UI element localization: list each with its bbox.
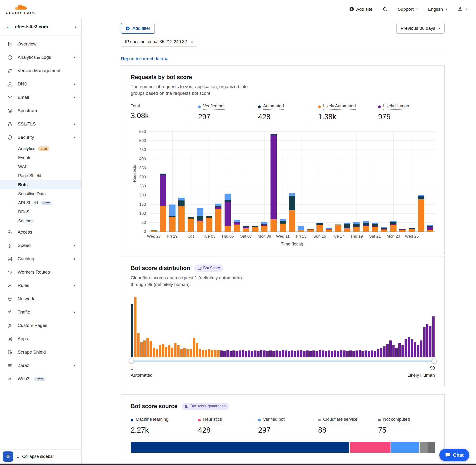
sidebar-item-ddos[interactable]: DDoS [0,207,81,216]
histogram-bar [257,351,260,357]
account-menu[interactable]: ▼ [457,6,467,12]
sidebar-item-traffic[interactable]: Traffic▼ [0,306,81,319]
sidebar-item-label: Speed [18,243,31,248]
sidebar-item-page-shield[interactable]: Page Shield [0,171,81,180]
stat-label-text[interactable]: Automated [263,104,284,110]
histogram-bar [202,350,204,357]
time-range-dropdown[interactable]: Previous 30 days ▼ [396,23,444,33]
source-segment-verified-bot [391,442,419,453]
sidebar-item-spectrum[interactable]: Spectrum [0,104,81,117]
sidebar-item-web3[interactable]: Web3New [0,372,81,385]
stat-label-text[interactable]: Verified bot [203,104,224,110]
sidebar-item-caching[interactable]: Caching▼ [0,252,81,265]
sidebar-item-speed[interactable]: Speed▼ [0,239,81,252]
add-filter-label: Add filter [132,26,150,31]
header-actions: Add site Support ▼ English ▼ ▼ [349,6,467,12]
chevron-right-icon[interactable]: ▸ [75,25,77,29]
sidebar-item-events[interactable]: Events [0,153,81,162]
analytics-icon-wrap [7,55,13,60]
stat-label-text[interactable]: Likely Automated [323,104,356,110]
bot-score-generation-badge[interactable]: Bot score generation [182,403,229,410]
sidebar-item-workers-routes[interactable]: Workers Routes [0,265,81,279]
bar [425,132,435,232]
access-icon-wrap [7,230,13,235]
bar-segment-automated [418,196,424,199]
add-site-button[interactable]: Add site [349,7,373,12]
sidebar-item-dns[interactable]: DNS▼ [0,77,81,91]
sidebar-item-version-management[interactable]: Version Management [0,64,81,77]
sidebar-item-zaraz[interactable]: Zaraz▼ [0,359,81,372]
add-filter-button[interactable]: Add filter [121,23,155,33]
histogram-bar [254,350,256,357]
settings-launcher-button[interactable]: ⚙ [3,451,13,462]
sidebar-item-apps[interactable]: Apps [0,332,81,346]
bar [398,132,407,232]
histogram-bar [414,342,416,357]
slider-handle-max[interactable] [432,359,437,364]
remove-filter-icon[interactable]: ✕ [190,39,194,44]
sidebar-item-label: Network [18,296,34,301]
cloudflare-cloud-icon [13,4,29,11]
sidebar-subitem-label: Sensitive Data [18,191,46,196]
back-arrow-icon[interactable]: ← [6,24,11,30]
sidebar-item-scrape-shield[interactable]: Scrape Shield [0,346,81,359]
support-menu[interactable]: Support ▼ [398,7,418,12]
bar-segment-likely-automated [243,228,249,232]
sidebar-item-access[interactable]: Access [0,225,81,239]
sidebar-item-bots[interactable]: Bots [0,180,81,189]
stat-likely-automated: Likely Automated1.38k [311,104,371,121]
bot-score-badge[interactable]: Bot Score [194,264,223,272]
search-button[interactable] [382,7,388,12]
stat-label-text[interactable]: Cloudflare service [323,417,357,423]
sidebar-item-network[interactable]: Network [0,292,81,306]
stat-label-text[interactable]: Not computed [383,417,410,423]
requests-chart[interactable]: Requests 0501001502002503003504004505005… [131,132,435,247]
stat-heuristics: Heuristics428 [191,417,251,434]
collapse-sidebar-button[interactable]: Collapse sidebar [22,454,54,459]
bar-segment-likely-human [233,222,240,224]
sidebar-item-overview[interactable]: Overview [0,37,81,51]
sidebar-item-api-shield[interactable]: API ShieldNew [0,198,81,207]
sidebar-item-custom-pages[interactable]: Custom Pages [0,319,81,332]
sidebar-subitem-label: API Shield [18,201,38,205]
x-tick-label: Fri 13 [296,234,306,239]
sidebar-subitem-label: Page Shield [18,173,41,178]
distribution-histogram[interactable] [131,297,435,357]
time-range-label: Previous 30 days [401,26,435,31]
slider-track[interactable] [131,360,435,362]
chat-button[interactable]: Chat [439,449,469,461]
sidebar-item-rules[interactable]: Rules▼ [0,279,81,292]
sidebar-item-analytics-logs[interactable]: Analytics & Logs▼ [0,51,81,64]
sidebar-item-sensitive-data[interactable]: Sensitive Data [0,189,81,198]
caching-icon-wrap [7,256,13,262]
ssl-tls-icon-wrap [7,121,13,127]
stat-label-text[interactable]: Verified bot [263,417,285,423]
source-segment-machine-learning [131,442,349,453]
sidebar-item-analytics[interactable]: AnalyticsBeta [0,144,81,153]
badge-label: Bot Score [203,266,220,270]
slider-handle-min[interactable] [129,359,134,364]
sidebar-item-email[interactable]: Email▼ [0,91,81,104]
histogram-bar [220,350,223,357]
histogram-bar [174,343,176,357]
histogram-bar [205,350,207,357]
sidebar-item-security[interactable]: Security▲ [0,131,81,144]
cloudflare-logo[interactable]: CLOUDFLARE [6,4,36,15]
stat-label: Likely Automated [318,104,356,110]
stat-label-text[interactable]: Likely Human [383,104,409,110]
bar [214,132,223,232]
histogram-bar [365,350,367,357]
sidebar-item-ssl-tls[interactable]: SSL/TLS▼ [0,117,81,131]
zaraz-icon [7,363,13,368]
sidebar-item-settings[interactable]: Settings [0,216,81,225]
sidebar-item-waf[interactable]: WAF [0,162,81,171]
stat-label-text[interactable]: Machine learning [136,417,168,423]
report-incorrect-data-link[interactable]: Report incorrect data [121,56,163,62]
histogram-bar [233,350,235,357]
brand-wordmark: CLOUDFLARE [6,11,36,15]
histogram-bar [165,347,167,357]
language-menu[interactable]: English ▼ [428,7,447,12]
bot-score-distribution-card: Bot score distribution Bot Score Cloudfl… [121,256,444,386]
stat-label-text[interactable]: Heuristics [203,417,222,423]
stat-value: 3.08k [131,111,184,120]
